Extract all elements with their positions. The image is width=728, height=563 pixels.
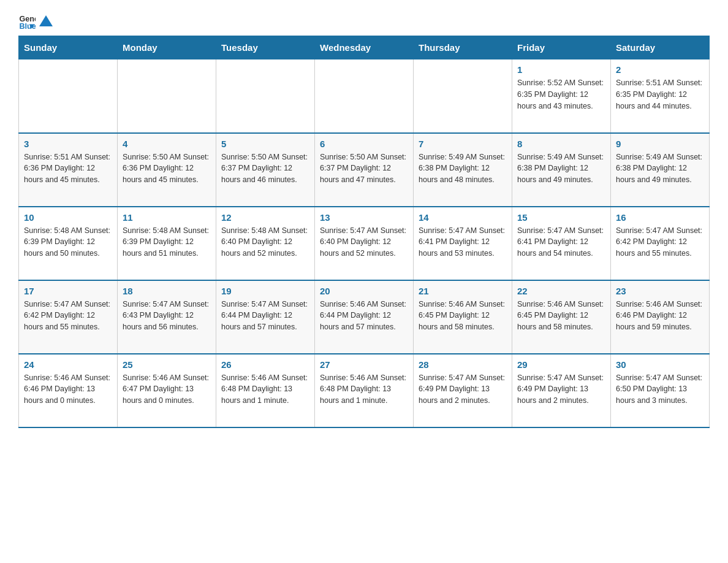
header-sunday: Sunday: [19, 36, 118, 59]
day-number: 9: [616, 139, 704, 149]
calendar-cell: 30Sunrise: 5:47 AM Sunset: 6:50 PM Dayli…: [611, 354, 710, 427]
day-number: 8: [517, 139, 605, 149]
calendar-cell: 18Sunrise: 5:47 AM Sunset: 6:43 PM Dayli…: [118, 280, 216, 354]
day-number: 10: [24, 212, 112, 223]
day-info: Sunrise: 5:49 AM Sunset: 6:38 PM Dayligh…: [517, 151, 605, 186]
header-friday: Friday: [512, 36, 611, 59]
calendar-cell: 23Sunrise: 5:46 AM Sunset: 6:46 PM Dayli…: [611, 280, 710, 354]
calendar-week-0: 1Sunrise: 5:52 AM Sunset: 6:35 PM Daylig…: [19, 59, 710, 133]
calendar-cell: 17Sunrise: 5:47 AM Sunset: 6:42 PM Dayli…: [19, 280, 118, 354]
calendar-cell: 9Sunrise: 5:49 AM Sunset: 6:38 PM Daylig…: [611, 133, 710, 207]
day-number: 7: [419, 139, 507, 149]
day-info: Sunrise: 5:47 AM Sunset: 6:50 PM Dayligh…: [616, 372, 704, 407]
calendar-header: SundayMondayTuesdayWednesdayThursdayFrid…: [19, 36, 710, 59]
calendar-cell: 7Sunrise: 5:49 AM Sunset: 6:38 PM Daylig…: [414, 133, 512, 207]
calendar-cell: 8Sunrise: 5:49 AM Sunset: 6:38 PM Daylig…: [512, 133, 611, 207]
day-info: Sunrise: 5:47 AM Sunset: 6:41 PM Dayligh…: [419, 225, 507, 259]
calendar-cell: 29Sunrise: 5:47 AM Sunset: 6:49 PM Dayli…: [512, 354, 611, 427]
header-monday: Monday: [118, 36, 216, 59]
day-number: 5: [221, 139, 309, 149]
day-number: 21: [419, 286, 507, 296]
day-number: 6: [320, 139, 408, 149]
day-info: Sunrise: 5:46 AM Sunset: 6:45 PM Dayligh…: [419, 299, 507, 333]
day-number: 20: [320, 286, 408, 296]
calendar-cell: 25Sunrise: 5:46 AM Sunset: 6:47 PM Dayli…: [118, 354, 216, 427]
logo-icon: General Blue: [18, 12, 36, 29]
calendar-cell: [315, 59, 414, 133]
day-info: Sunrise: 5:52 AM Sunset: 6:35 PM Dayligh…: [517, 77, 605, 112]
calendar-cell: 4Sunrise: 5:50 AM Sunset: 6:36 PM Daylig…: [118, 133, 216, 207]
day-number: 29: [517, 359, 605, 370]
logo-triangle-icon: [39, 14, 53, 28]
day-info: Sunrise: 5:47 AM Sunset: 6:42 PM Dayligh…: [24, 299, 112, 333]
day-number: 2: [616, 64, 704, 75]
day-info: Sunrise: 5:49 AM Sunset: 6:38 PM Dayligh…: [616, 151, 704, 186]
calendar-cell: 14Sunrise: 5:47 AM Sunset: 6:41 PM Dayli…: [414, 207, 512, 280]
calendar-cell: 12Sunrise: 5:48 AM Sunset: 6:40 PM Dayli…: [216, 207, 315, 280]
day-info: Sunrise: 5:47 AM Sunset: 6:41 PM Dayligh…: [517, 225, 605, 259]
calendar-cell: 20Sunrise: 5:46 AM Sunset: 6:44 PM Dayli…: [315, 280, 414, 354]
calendar-body: 1Sunrise: 5:52 AM Sunset: 6:35 PM Daylig…: [19, 59, 710, 427]
calendar-cell: 13Sunrise: 5:47 AM Sunset: 6:40 PM Dayli…: [315, 207, 414, 280]
day-number: 3: [24, 139, 112, 149]
calendar-cell: 27Sunrise: 5:46 AM Sunset: 6:48 PM Dayli…: [315, 354, 414, 427]
day-number: 17: [24, 286, 112, 296]
day-info: Sunrise: 5:47 AM Sunset: 6:49 PM Dayligh…: [419, 372, 507, 407]
day-number: 24: [24, 359, 112, 370]
day-info: Sunrise: 5:47 AM Sunset: 6:42 PM Dayligh…: [616, 225, 704, 259]
day-info: Sunrise: 5:51 AM Sunset: 6:36 PM Dayligh…: [24, 151, 112, 186]
calendar-cell: 6Sunrise: 5:50 AM Sunset: 6:37 PM Daylig…: [315, 133, 414, 207]
day-info: Sunrise: 5:47 AM Sunset: 6:49 PM Dayligh…: [517, 372, 605, 407]
day-info: Sunrise: 5:46 AM Sunset: 6:44 PM Dayligh…: [320, 299, 408, 333]
calendar-cell: 15Sunrise: 5:47 AM Sunset: 6:41 PM Dayli…: [512, 207, 611, 280]
day-number: 12: [221, 212, 309, 223]
day-number: 30: [616, 359, 704, 370]
day-info: Sunrise: 5:46 AM Sunset: 6:48 PM Dayligh…: [221, 372, 309, 407]
calendar-cell: [118, 59, 216, 133]
calendar-cell: 24Sunrise: 5:46 AM Sunset: 6:46 PM Dayli…: [19, 354, 118, 427]
day-number: 22: [517, 286, 605, 296]
svg-marker-3: [39, 15, 53, 26]
day-info: Sunrise: 5:50 AM Sunset: 6:37 PM Dayligh…: [320, 151, 408, 186]
day-number: 18: [123, 286, 211, 296]
day-info: Sunrise: 5:48 AM Sunset: 6:40 PM Dayligh…: [221, 225, 309, 259]
calendar-cell: [414, 59, 512, 133]
day-info: Sunrise: 5:46 AM Sunset: 6:46 PM Dayligh…: [24, 372, 112, 407]
day-info: Sunrise: 5:46 AM Sunset: 6:47 PM Dayligh…: [123, 372, 211, 407]
day-number: 11: [123, 212, 211, 223]
calendar-cell: 28Sunrise: 5:47 AM Sunset: 6:49 PM Dayli…: [414, 354, 512, 427]
calendar-cell: 26Sunrise: 5:46 AM Sunset: 6:48 PM Dayli…: [216, 354, 315, 427]
calendar-cell: 2Sunrise: 5:51 AM Sunset: 6:35 PM Daylig…: [611, 59, 710, 133]
day-number: 13: [320, 212, 408, 223]
day-info: Sunrise: 5:49 AM Sunset: 6:38 PM Dayligh…: [419, 151, 507, 186]
calendar-cell: 21Sunrise: 5:46 AM Sunset: 6:45 PM Dayli…: [414, 280, 512, 354]
day-info: Sunrise: 5:47 AM Sunset: 6:43 PM Dayligh…: [123, 299, 211, 333]
calendar-cell: 10Sunrise: 5:48 AM Sunset: 6:39 PM Dayli…: [19, 207, 118, 280]
day-number: 16: [616, 212, 704, 223]
calendar-cell: 19Sunrise: 5:47 AM Sunset: 6:44 PM Dayli…: [216, 280, 315, 354]
day-number: 14: [419, 212, 507, 223]
calendar-cell: 3Sunrise: 5:51 AM Sunset: 6:36 PM Daylig…: [19, 133, 118, 207]
logo: General Blue: [18, 12, 53, 29]
calendar-table: SundayMondayTuesdayWednesdayThursdayFrid…: [18, 36, 710, 428]
day-number: 23: [616, 286, 704, 296]
day-info: Sunrise: 5:47 AM Sunset: 6:40 PM Dayligh…: [320, 225, 408, 259]
calendar-cell: 16Sunrise: 5:47 AM Sunset: 6:42 PM Dayli…: [611, 207, 710, 280]
day-info: Sunrise: 5:50 AM Sunset: 6:37 PM Dayligh…: [221, 151, 309, 186]
header-thursday: Thursday: [414, 36, 512, 59]
header-tuesday: Tuesday: [216, 36, 315, 59]
calendar-week-1: 3Sunrise: 5:51 AM Sunset: 6:36 PM Daylig…: [19, 133, 710, 207]
calendar-week-3: 17Sunrise: 5:47 AM Sunset: 6:42 PM Dayli…: [19, 280, 710, 354]
calendar-cell: 22Sunrise: 5:46 AM Sunset: 6:45 PM Dayli…: [512, 280, 611, 354]
svg-text:Blue: Blue: [19, 22, 36, 29]
page-header: General Blue: [18, 12, 710, 29]
day-number: 19: [221, 286, 309, 296]
day-info: Sunrise: 5:50 AM Sunset: 6:36 PM Dayligh…: [123, 151, 211, 186]
day-number: 25: [123, 359, 211, 370]
day-number: 4: [123, 139, 211, 149]
day-info: Sunrise: 5:46 AM Sunset: 6:48 PM Dayligh…: [320, 372, 408, 407]
calendar-week-4: 24Sunrise: 5:46 AM Sunset: 6:46 PM Dayli…: [19, 354, 710, 427]
day-number: 28: [419, 359, 507, 370]
day-info: Sunrise: 5:47 AM Sunset: 6:44 PM Dayligh…: [221, 299, 309, 333]
calendar-cell: [19, 59, 118, 133]
